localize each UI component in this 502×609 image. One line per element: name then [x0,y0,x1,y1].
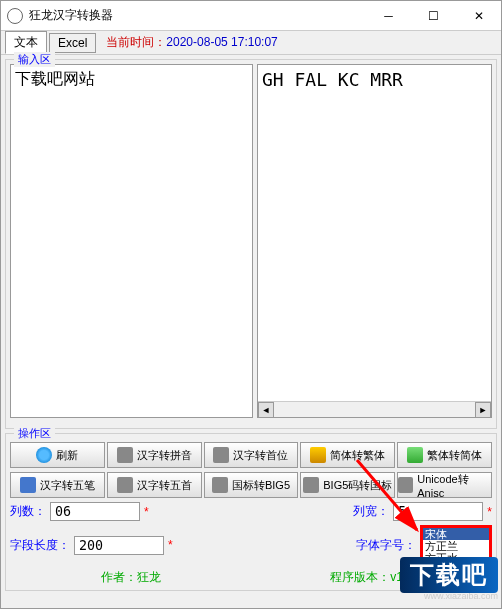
b52gb-icon [303,477,319,493]
scroll-track[interactable] [274,402,475,417]
time-value: 2020-08-05 17:10:07 [166,35,277,49]
font-option-songti[interactable]: 宋体 [423,528,489,540]
font-label: 字体字号： [356,537,416,554]
app-icon [7,8,23,24]
tab-text[interactable]: 文本 [5,31,47,54]
refresh-button[interactable]: 刷新 [10,442,105,468]
gb-to-big5-button[interactable]: 国标转BIG5 [204,472,299,498]
cols-label: 列数： [10,503,46,520]
s2t-icon [310,447,326,463]
ops-section-label: 操作区 [14,426,55,441]
b52gb-label: BIG5码转国标 [323,478,392,493]
time-label: 当前时间： [106,35,166,49]
u2a-icon [398,477,413,493]
font-option-fangzheng2[interactable]: 方正水 [423,552,489,564]
cols-input[interactable] [50,502,140,521]
hanzi-to-wubi-button[interactable]: 汉字转五笔 [10,472,105,498]
hz2py-label: 汉字转拼音 [137,448,192,463]
input-section-label: 输入区 [14,52,55,67]
width-label: 列宽： [353,503,389,520]
font-select[interactable]: 宋体 方正兰 方正水 [420,525,492,565]
refresh-icon [36,447,52,463]
width-input[interactable] [393,502,483,521]
toolbar: 文本 Excel 当前时间：2020-08-05 17:10:07 [1,31,501,55]
version-label: 程序版本：v1.0 [251,569,492,586]
field-length-label: 字段长度： [10,537,70,554]
output-text: GH FAL KC MRR [258,65,491,401]
scroll-right-icon[interactable]: ► [475,402,491,418]
output-panel: GH FAL KC MRR ◄ ► [257,64,492,418]
hz2wb-label: 汉字转五笔 [40,478,95,493]
hz2ws-label: 汉字转五首 [137,478,192,493]
font-option-fangzheng1[interactable]: 方正兰 [423,540,489,552]
pinyin-icon [117,447,133,463]
t2s-icon [407,447,423,463]
required-marker-2: * [487,505,492,519]
required-marker-3: * [168,538,173,552]
unicode-to-ansi-button[interactable]: Unicode转Anisc [397,472,492,498]
hanzi-to-pinyin-button[interactable]: 汉字转拼音 [107,442,202,468]
u2a-label: Unicode转Anisc [417,472,491,499]
field-length-input[interactable] [74,536,164,555]
maximize-button[interactable]: ☐ [411,1,456,31]
hanzi-to-wubi-initial-button[interactable]: 汉字转五首 [107,472,202,498]
tab-excel[interactable]: Excel [49,33,96,53]
gb2b5-label: 国标转BIG5 [232,478,290,493]
wubi-icon [20,477,36,493]
horizontal-scrollbar[interactable]: ◄ ► [258,401,491,417]
current-time: 当前时间：2020-08-05 17:10:07 [106,34,277,51]
input-textarea[interactable] [10,64,253,418]
close-button[interactable]: ✕ [456,1,501,31]
refresh-label: 刷新 [56,448,78,463]
scroll-left-icon[interactable]: ◄ [258,402,274,418]
watermark-url: www.xiazaiba.com [400,591,498,601]
hanzi-to-initial-button[interactable]: 汉字转首位 [204,442,299,468]
gb2b5-icon [212,477,228,493]
initial-icon [213,447,229,463]
required-marker: * [144,505,149,519]
titlebar: 狂龙汉字转换器 ─ ☐ ✕ [1,1,501,31]
big5-to-gb-button[interactable]: BIG5码转国标 [300,472,395,498]
s2t-label: 简体转繁体 [330,448,385,463]
simplified-to-traditional-button[interactable]: 简体转繁体 [300,442,395,468]
author-label: 作者：狂龙 [10,569,251,586]
wubi-initial-icon [117,477,133,493]
window-title: 狂龙汉字转换器 [29,7,366,24]
traditional-to-simplified-button[interactable]: 繁体转简体 [397,442,492,468]
minimize-button[interactable]: ─ [366,1,411,31]
t2s-label: 繁体转简体 [427,448,482,463]
hz2sw-label: 汉字转首位 [233,448,288,463]
